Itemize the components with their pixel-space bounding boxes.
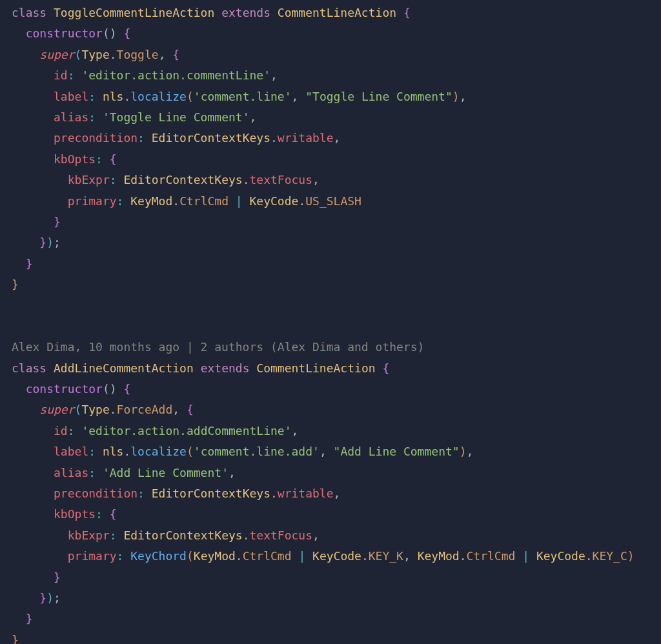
line: kbOpts: { [12,152,117,166]
brace-open: { [382,361,389,375]
prop-label: label [54,90,88,103]
brace-close: } [12,277,19,291]
brace-open: { [403,6,411,19]
dot: . [123,90,130,103]
brace-open: { [172,48,179,61]
string-id: 'editor.action.addCommentLine' [81,424,291,438]
comma: , [312,528,320,542]
line: super(Type.Toggle, { [12,48,179,61]
keyword-extends: extends [201,361,250,375]
prop-kbopts: kbOpts [54,152,96,166]
colon: : [137,131,145,145]
line: } [12,570,61,584]
enum-type: Type [81,48,109,61]
dot: . [123,445,130,458]
prop-alias: alias [54,466,88,479]
pipe: | [298,549,305,563]
line: }); [12,591,61,605]
prop-primary: primary [68,549,117,563]
keymod: KeyMod [194,549,236,563]
brace-open: { [123,382,130,396]
keyword-class: class [12,361,46,375]
string-alias: 'Add Line Comment' [103,466,229,479]
colon: : [96,507,103,521]
line: } [12,633,19,644]
line: constructor() { [12,26,130,40]
constructor: constructor [26,382,103,396]
line: } [12,215,61,228]
prop-kbexpr: kbExpr [68,173,110,186]
comma: , [334,131,341,145]
code-editor[interactable]: class ToggleCommentLineAction extends Co… [0,0,661,644]
line: label: nls.localize('comment.line.add', … [12,445,473,458]
base-class: CommentLineAction [278,6,396,19]
string-id: 'editor.action.commentLine' [81,68,270,82]
string-alias: 'Toggle Line Comment' [103,110,250,124]
semi: ; [54,591,61,605]
textfocus: textFocus [250,173,313,186]
comma: , [292,424,299,438]
line: } [12,257,33,270]
line: primary: KeyChord(KeyMod.CtrlCmd | KeyCo… [12,549,635,563]
keycode: KeyCode [536,549,585,563]
enum-val: Toggle [117,48,159,61]
line: class ToggleCommentLineAction extends Co… [12,6,411,19]
comma: , [229,466,236,479]
paren-close: ) [46,591,54,605]
paren-open: ( [187,549,194,563]
line: id: 'editor.action.commentLine', [12,68,278,82]
git-blame-annotation[interactable]: Alex Dima, 10 months ago | 2 authors (Al… [12,340,424,354]
colon: : [117,194,124,208]
localize: localize [130,90,187,103]
codelens-line[interactable]: Alex Dima, 10 months ago | 2 authors (Al… [12,340,424,354]
prop-precondition: precondition [54,131,137,145]
dot: . [270,131,278,145]
keyword-class: class [12,6,46,19]
ctrlcmd: CtrlCmd [467,549,516,563]
line: } [12,612,33,625]
dot: . [361,549,369,563]
paren-close: ) [46,236,54,249]
dot: . [236,549,243,563]
comma: , [249,110,256,124]
brace-close: } [26,257,33,270]
paren-empty: () [103,26,117,40]
brace-close: } [54,570,61,584]
super-call: super [39,48,74,61]
line: constructor() { [12,382,130,396]
paren-open: ( [75,48,82,61]
line: } [12,277,19,291]
localize-val: "Add Line Comment" [334,445,460,458]
dot: . [270,487,278,500]
dot: . [243,528,250,542]
brace-close: } [26,612,33,625]
constructor: constructor [26,26,103,40]
localize-key: 'comment.line' [194,90,292,103]
comma: , [403,549,411,563]
us-slash: US_SLASH [305,194,361,208]
prop-precondition: precondition [54,487,137,500]
pipe: | [522,549,529,563]
brace-open: { [110,507,117,521]
comma: , [320,445,327,458]
class-name: AddLineCommentAction [54,361,194,375]
dot: . [585,549,593,563]
ctrlcmd: CtrlCmd [243,549,292,563]
prop-label: label [54,445,88,458]
comma: , [312,173,320,186]
colon: : [88,90,96,103]
prop-id: id [54,68,68,82]
semi: ; [54,236,61,249]
colon: : [117,549,124,563]
paren-empty: () [103,382,117,396]
brace-close: } [39,591,46,605]
enum-type: Type [81,403,109,416]
line: kbExpr: EditorContextKeys.textFocus, [12,173,320,186]
line: id: 'editor.action.addCommentLine', [12,424,298,438]
brace-close: } [54,215,61,228]
keycode: KeyCode [312,549,361,563]
colon: : [110,173,117,186]
comma: , [460,90,467,103]
brace-open: { [123,26,130,40]
localize-val: "Toggle Line Comment" [305,90,453,103]
